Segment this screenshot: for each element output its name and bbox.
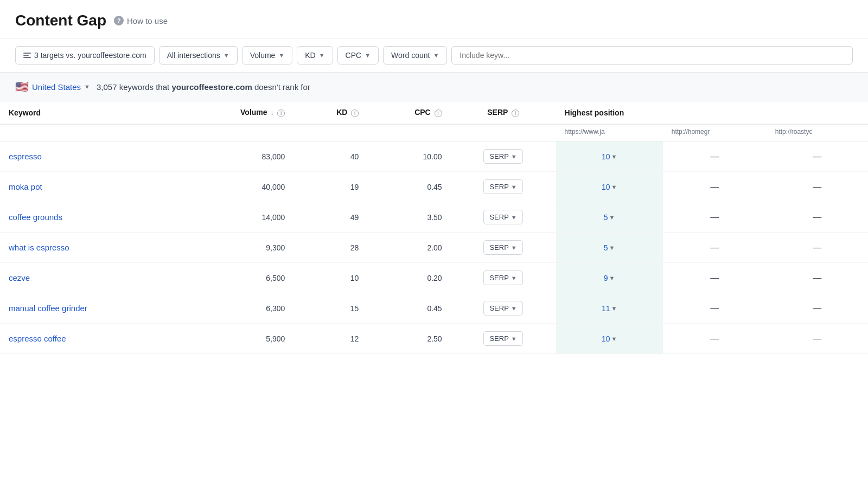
position-cell: 10▼	[556, 324, 663, 354]
info-icon: i	[435, 109, 442, 117]
serp-button[interactable]: SERP ▼	[483, 179, 522, 194]
chevron-down-icon: ▼	[278, 52, 284, 59]
serp-button[interactable]: SERP ▼	[483, 210, 522, 224]
include-keywords-input[interactable]	[451, 46, 853, 65]
serp-cell[interactable]: SERP ▼	[451, 263, 556, 293]
how-to-use-link[interactable]: ? How to use	[114, 16, 168, 25]
col3-cell: —	[767, 263, 868, 293]
serp-button[interactable]: SERP ▼	[483, 301, 522, 315]
chevron-down-icon: ▼	[511, 305, 517, 312]
position-value: 10▼	[602, 152, 617, 161]
serp-cell[interactable]: SERP ▼	[451, 324, 556, 354]
serp-cell[interactable]: SERP ▼	[451, 172, 556, 202]
position-cell: 5▼	[556, 202, 663, 233]
position-arrow-icon: ▼	[609, 275, 615, 281]
word-count-label: Word count	[391, 51, 430, 60]
col2-cell: —	[663, 233, 767, 263]
serp-label: SERP	[489, 152, 508, 160]
sub-col-keyword	[0, 124, 178, 141]
position-cell: 11▼	[556, 293, 663, 324]
cpc-cell: 0.45	[367, 293, 450, 324]
col2-cell: —	[663, 172, 767, 202]
table-row: what is espresso 9,300 28 2.00 SERP ▼ 5▼…	[0, 233, 868, 263]
col-header-keyword: Keyword	[0, 101, 178, 124]
sub-col-serp	[451, 124, 556, 141]
keyword-cell[interactable]: cezve	[0, 263, 178, 293]
word-count-dropdown[interactable]: Word count ▼	[383, 46, 447, 65]
cpc-cell: 2.00	[367, 233, 450, 263]
col2-cell: —	[663, 263, 767, 293]
position-arrow-icon: ▼	[611, 305, 617, 312]
geo-description: 3,057 keywords that yourcoffeestore.com …	[97, 82, 310, 92]
cpc-cell: 2.50	[367, 324, 450, 354]
cpc-cell: 0.45	[367, 172, 450, 202]
position-value: 9▼	[604, 274, 615, 282]
target-domain: yourcoffeestore.com	[171, 82, 252, 92]
col-header-volume[interactable]: Volume ↓ i	[178, 101, 294, 124]
geo-bar: 🇺🇸 United States ▼ 3,057 keywords that y…	[0, 73, 868, 101]
position-arrow-icon: ▼	[609, 214, 615, 221]
sub-col-volume	[178, 124, 294, 141]
table-row: espresso coffee 5,900 12 2.50 SERP ▼ 10▼…	[0, 324, 868, 354]
col3-cell: —	[767, 172, 868, 202]
info-icon: i	[512, 109, 519, 117]
col-header-kd[interactable]: KD i	[293, 101, 367, 124]
targets-filter-button[interactable]: 3 targets vs. yourcoffeestore.com	[15, 46, 155, 65]
serp-label: SERP	[489, 243, 508, 252]
serp-button[interactable]: SERP ▼	[483, 149, 522, 164]
col3-cell: —	[767, 293, 868, 324]
keyword-cell[interactable]: moka pot	[0, 172, 178, 202]
serp-button[interactable]: SERP ▼	[483, 270, 522, 285]
serp-button[interactable]: SERP ▼	[483, 331, 522, 346]
intersections-dropdown[interactable]: All intersections ▼	[159, 46, 238, 65]
chevron-down-icon: ▼	[511, 336, 517, 342]
header: Content Gap ? How to use	[0, 0, 868, 38]
volume-dropdown[interactable]: Volume ▼	[242, 46, 293, 65]
targets-label: 3 targets vs. yourcoffeestore.com	[34, 51, 146, 60]
kd-label: KD	[305, 51, 315, 60]
position-value: 10▼	[602, 334, 617, 343]
keyword-cell[interactable]: coffee grounds	[0, 202, 178, 233]
col-header-cpc[interactable]: CPC i	[367, 101, 450, 124]
geo-selector[interactable]: 🇺🇸 United States ▼	[15, 80, 90, 93]
kd-cell: 40	[293, 141, 367, 172]
chevron-down-icon: ▼	[433, 52, 439, 59]
keyword-cell[interactable]: manual coffee grinder	[0, 293, 178, 324]
position-arrow-icon: ▼	[611, 336, 617, 342]
sub-col-1: https://www.ja	[556, 124, 663, 141]
keyword-cell[interactable]: espresso	[0, 141, 178, 172]
chevron-down-icon: ▼	[511, 275, 517, 281]
col2-cell: —	[663, 141, 767, 172]
serp-button[interactable]: SERP ▼	[483, 240, 522, 255]
position-value: 5▼	[604, 213, 615, 222]
position-value: 10▼	[602, 183, 617, 191]
chevron-down-icon: ▼	[84, 83, 90, 90]
table-row: manual coffee grinder 6,300 15 0.45 SERP…	[0, 293, 868, 324]
sub-col-cpc	[367, 124, 450, 141]
kd-cell: 49	[293, 202, 367, 233]
chevron-down-icon: ▼	[511, 244, 517, 251]
serp-cell[interactable]: SERP ▼	[451, 141, 556, 172]
col2-cell: —	[663, 293, 767, 324]
table-row: espresso 83,000 40 10.00 SERP ▼ 10▼ — —	[0, 141, 868, 172]
serp-cell[interactable]: SERP ▼	[451, 202, 556, 233]
cpc-cell: 3.50	[367, 202, 450, 233]
country-label: United States	[32, 82, 81, 92]
table-row: coffee grounds 14,000 49 3.50 SERP ▼ 5▼ …	[0, 202, 868, 233]
toolbar: 3 targets vs. yourcoffeestore.com All in…	[0, 38, 868, 73]
cpc-dropdown[interactable]: CPC ▼	[337, 46, 379, 65]
keyword-cell[interactable]: espresso coffee	[0, 324, 178, 354]
col3-cell: —	[767, 141, 868, 172]
position-arrow-icon: ▼	[611, 184, 617, 190]
serp-cell[interactable]: SERP ▼	[451, 233, 556, 263]
chevron-down-icon: ▼	[511, 214, 517, 221]
keyword-cell[interactable]: what is espresso	[0, 233, 178, 263]
col-header-serp[interactable]: SERP i	[451, 101, 556, 124]
kd-dropdown[interactable]: KD ▼	[297, 46, 333, 65]
filter-icon	[23, 53, 31, 58]
kd-cell: 10	[293, 263, 367, 293]
info-icon: i	[277, 109, 285, 117]
serp-cell[interactable]: SERP ▼	[451, 293, 556, 324]
position-arrow-icon: ▼	[611, 153, 617, 160]
serp-label: SERP	[489, 304, 508, 312]
